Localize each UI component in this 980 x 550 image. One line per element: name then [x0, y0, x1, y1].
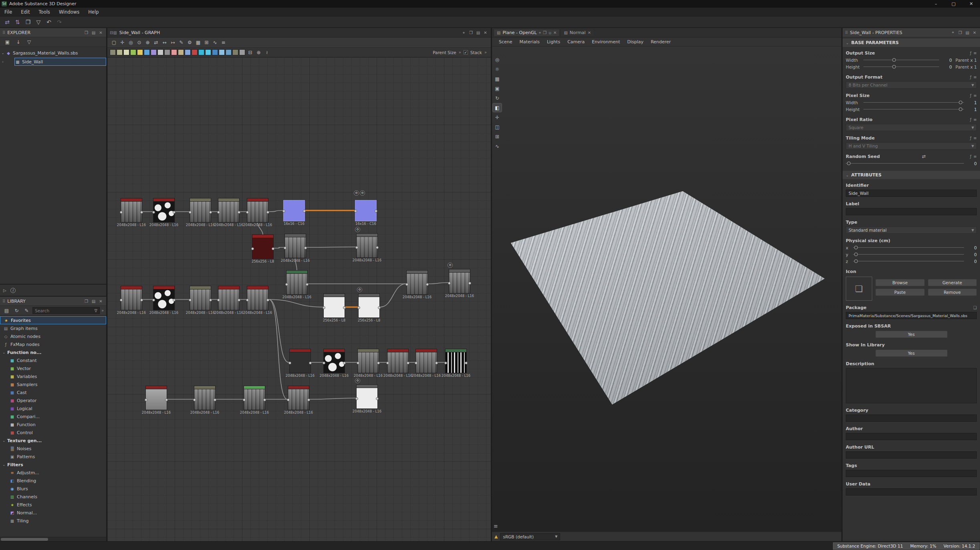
description-input[interactable]: [846, 368, 977, 403]
info-icon[interactable]: i: [10, 288, 16, 293]
random-seed-value[interactable]: 0: [966, 161, 977, 166]
output-format-select[interactable]: 8 Bits per Channel▼: [846, 81, 977, 89]
uv-icon[interactable]: ⊞: [493, 132, 502, 141]
maximize-button[interactable]: ▢: [945, 0, 962, 8]
library-item-atomic-nodes[interactable]: ◇Atomic nodes: [0, 332, 106, 340]
undo-icon[interactable]: ↶: [44, 18, 54, 26]
light-icon[interactable]: ☼: [493, 65, 502, 73]
save-icon[interactable]: ▽: [34, 18, 43, 26]
material-swatch-18[interactable]: [232, 49, 238, 55]
graph-node-2[interactable]: 2048x2048 - L16: [153, 198, 175, 227]
close-icon[interactable]: ✕: [972, 30, 978, 36]
link-export-icon[interactable]: ⇄: [2, 18, 12, 26]
attributes-section[interactable]: ⌄ATTRIBUTES: [843, 171, 980, 179]
material-swatch-9[interactable]: [171, 49, 177, 55]
link-mode-icon[interactable]: ⇄: [152, 38, 160, 47]
filter-icon[interactable]: ∇: [95, 308, 97, 313]
library-item-effects[interactable]: ∗Effects: [0, 501, 106, 509]
refresh-icon[interactable]: ↻: [12, 307, 21, 315]
graph-node-7[interactable]: 16x16 - C16⚙⚙: [355, 197, 377, 226]
library-item-fxmap-nodes[interactable]: ƒFxMap nodes: [0, 340, 106, 348]
close-icon[interactable]: ✕: [482, 30, 488, 36]
gear-badge-icon[interactable]: ⚙: [354, 190, 359, 196]
library-item-samplers[interactable]: ■Samplers: [0, 380, 106, 388]
tab-plane-opengl[interactable]: ▧ Plane - OpenGL ⌖ ❐ ▫ ✕: [494, 29, 560, 36]
camera-icon[interactable]: ◎: [127, 38, 135, 47]
output-width-slider[interactable]: [863, 58, 939, 63]
gear-badge-icon[interactable]: ⚙: [448, 263, 453, 268]
zoom-icon[interactable]: ⊙: [135, 38, 143, 47]
viewport-menu-renderer[interactable]: Renderer: [647, 39, 674, 44]
library-item-tiling[interactable]: ▦Tiling: [0, 517, 106, 525]
viewport-menu-scene[interactable]: Scene: [495, 39, 516, 44]
menu-file[interactable]: File: [0, 9, 16, 15]
viewport-3d[interactable]: ◎☼▦▣↻◧✛◫⊞∿ ≡: [492, 47, 841, 532]
graph-node-13[interactable]: 2048x2048 - L16⚙: [449, 269, 470, 298]
category-input[interactable]: [846, 415, 977, 422]
graph-node-3[interactable]: 2048x2048 - L16: [190, 198, 211, 227]
pixel-height-slider[interactable]: [863, 107, 964, 112]
output-height-slider[interactable]: [863, 65, 939, 69]
random-seed-slider[interactable]: [846, 161, 964, 166]
package-input[interactable]: PrimaMateria/Substance/Scenes/Sargassus_…: [846, 312, 977, 319]
library-search-input[interactable]: Search ∇: [32, 307, 100, 314]
gear-badge-icon[interactable]: ⚙: [355, 378, 360, 383]
load-package-icon[interactable]: ↓: [14, 38, 22, 46]
author-input[interactable]: [846, 433, 977, 440]
library-item-favorites[interactable]: ★Favorites: [0, 316, 106, 324]
menu-icon[interactable]: ≡: [974, 117, 977, 122]
float-icon[interactable]: ❐: [543, 30, 546, 35]
connect-icon[interactable]: ↦: [169, 38, 177, 47]
library-section-filters[interactable]: ⌄Filters: [0, 461, 106, 469]
graph-node-22[interactable]: 2048x2048 - L16: [323, 349, 345, 378]
new-package-icon[interactable]: ▣: [3, 38, 12, 46]
material-swatch-14[interactable]: [205, 49, 211, 55]
menu-icon[interactable]: ▤: [964, 30, 970, 36]
redo-icon[interactable]: ↷: [54, 18, 64, 26]
base-parameters-section[interactable]: ⌄BASE PARAMETERS: [843, 38, 980, 47]
menu-icon[interactable]: ▤: [91, 30, 97, 36]
parent-size-label[interactable]: Parent Size: [433, 50, 456, 55]
expand-arrow-icon[interactable]: ⌄: [0, 51, 6, 55]
label-input[interactable]: [846, 208, 977, 215]
author-url-input[interactable]: [846, 451, 977, 459]
physical-x-value[interactable]: 0: [966, 245, 977, 250]
menu-icon[interactable]: ▫: [548, 30, 551, 35]
graph-node-27[interactable]: 2048x2048 - L16: [145, 386, 167, 415]
ground-icon[interactable]: ▦: [493, 75, 502, 83]
browse-button[interactable]: Browse: [875, 279, 925, 286]
hamburger-icon[interactable]: ≡: [494, 523, 498, 529]
comment-icon[interactable]: ✎: [177, 38, 186, 47]
material-swatch-3[interactable]: [130, 49, 136, 55]
pixel-width-slider[interactable]: [863, 100, 964, 105]
library-item-cast[interactable]: ■Cast: [0, 388, 106, 396]
library-item-patterns[interactable]: ▣Patterns: [0, 453, 106, 461]
graph-node-30[interactable]: 2048x2048 - L16: [288, 386, 309, 415]
menu-icon[interactable]: ▤: [475, 30, 481, 36]
close-icon[interactable]: ✕: [588, 30, 591, 35]
close-icon[interactable]: ✕: [553, 30, 557, 35]
user-data-input[interactable]: [846, 488, 977, 495]
material-swatch-17[interactable]: [226, 49, 232, 55]
selected-graph[interactable]: ▦ Side_Wall: [14, 58, 106, 66]
graph-node-21[interactable]: 2048x2048 - L16: [289, 349, 311, 378]
material-swatch-7[interactable]: [157, 49, 163, 55]
graph-node-25[interactable]: 2048x2048 - L16: [415, 349, 437, 378]
graph-node-1[interactable]: 2048x2048 - L16: [121, 198, 142, 227]
show-in-library-toggle[interactable]: Yes: [875, 350, 948, 357]
library-item-channels[interactable]: ▥Channels: [0, 493, 106, 501]
edit-icon[interactable]: ✎: [22, 307, 31, 315]
menu-icon[interactable]: ≡: [974, 51, 977, 55]
material-swatch-4[interactable]: [137, 49, 143, 55]
snap-icon[interactable]: ⊞: [202, 38, 211, 47]
shuffle-icon[interactable]: ⇄: [922, 154, 926, 159]
graph-node-10[interactable]: 2048x2048 - L16⚙: [356, 233, 378, 262]
graph-node-16[interactable]: 2048x2048 - L16: [190, 286, 211, 315]
expand-arrow-icon[interactable]: ›: [0, 60, 6, 64]
float-icon[interactable]: ❐: [83, 30, 89, 36]
stack-more-icon[interactable]: »: [484, 50, 487, 55]
material-swatch-6[interactable]: [151, 49, 157, 55]
physical-y-value[interactable]: 0: [966, 252, 977, 257]
generate-button[interactable]: Generate: [928, 279, 977, 286]
paste-button[interactable]: Paste: [875, 289, 925, 296]
